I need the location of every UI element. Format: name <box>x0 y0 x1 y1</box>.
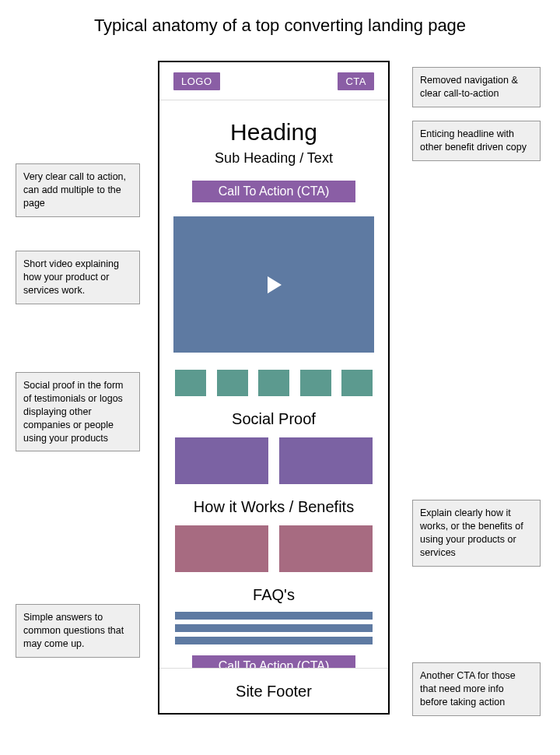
logo-item <box>175 370 206 396</box>
note-proof: Social proof in the form of testimonials… <box>16 372 140 451</box>
logo-badge: LOGO <box>173 72 220 90</box>
site-footer: Site Footer <box>159 668 388 713</box>
faq-item[interactable] <box>175 637 373 644</box>
video-player[interactable] <box>173 216 374 353</box>
svg-marker-0 <box>268 276 282 293</box>
note-how: Explain clearly how it works, or the ben… <box>412 500 541 567</box>
divider <box>159 100 388 100</box>
faq-item[interactable] <box>175 624 373 632</box>
benefit-card <box>175 525 268 572</box>
note-head: Enticing headline with other benefit dri… <box>412 121 541 161</box>
note-nav: Removed navigation & clear call-to-actio… <box>412 67 541 107</box>
heading: Heading <box>173 119 374 146</box>
testimonial-card <box>175 437 268 484</box>
note-cta1: Very clear call to action, can add multi… <box>16 163 140 217</box>
logo-item <box>300 370 331 396</box>
cta-badge[interactable]: CTA <box>338 72 374 90</box>
subheading: Sub Heading / Text <box>173 150 374 167</box>
logo-item <box>217 370 248 396</box>
logo-item <box>341 370 373 396</box>
benefit-cards <box>173 525 374 572</box>
how-it-works-title: How it Works / Benefits <box>173 498 374 516</box>
social-proof-title: Social Proof <box>173 410 374 428</box>
device-frame: LOGO CTA Heading Sub Heading / Text Call… <box>158 61 390 715</box>
play-icon <box>263 274 285 296</box>
benefit-card <box>279 525 373 572</box>
primary-cta-button[interactable]: Call To Action (CTA) <box>192 181 355 202</box>
note-video: Short video explaining how your product … <box>16 251 140 304</box>
social-proof-cards <box>173 437 374 484</box>
note-cta2: Another CTA for those that need more inf… <box>412 662 541 716</box>
topbar: LOGO CTA <box>173 72 374 90</box>
logo-row <box>173 370 374 396</box>
page-title: Typical anatomy of a top converting land… <box>0 16 560 36</box>
faq-item[interactable] <box>175 612 373 620</box>
testimonial-card <box>279 437 373 484</box>
logo-item <box>258 370 289 396</box>
note-faq: Simple answers to common questions that … <box>16 604 140 658</box>
faq-list <box>173 612 374 644</box>
faqs-title: FAQ's <box>173 586 374 604</box>
